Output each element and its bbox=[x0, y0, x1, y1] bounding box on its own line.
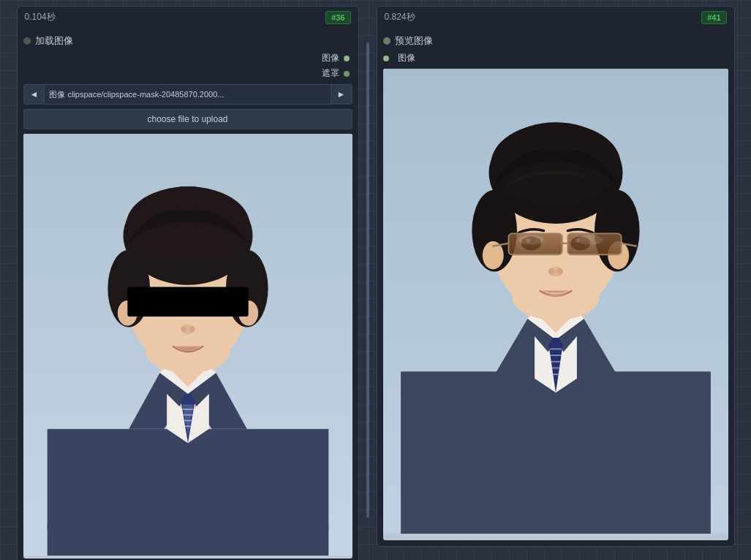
left-inputs: 图像 遮罩 bbox=[23, 52, 352, 80]
svg-point-25 bbox=[181, 326, 186, 332]
left-mask-input-row: 遮罩 bbox=[23, 67, 352, 80]
svg-point-67 bbox=[548, 268, 554, 275]
svg-point-64 bbox=[518, 235, 543, 244]
right-status-dot bbox=[383, 37, 390, 45]
right-portrait-svg bbox=[383, 69, 728, 534]
right-image-preview bbox=[383, 69, 728, 540]
right-panel-header: 0.824秒 #41 bbox=[377, 7, 734, 29]
svg-point-42 bbox=[512, 275, 599, 320]
left-image-input-row: 图像 bbox=[23, 52, 352, 64]
svg-point-65 bbox=[577, 235, 603, 244]
svg-rect-23 bbox=[127, 287, 248, 317]
left-badge: #36 bbox=[325, 11, 350, 24]
right-panel: 0.824秒 #41 预览图像 图像 bbox=[377, 6, 735, 547]
left-panel-body: 加载图像 图像 遮罩 ◄ 图像 clipspace/clipspace-mask… bbox=[18, 29, 358, 560]
upload-button[interactable]: choose file to upload bbox=[23, 109, 352, 129]
file-path-display: 图像 clipspace/clipspace-mask-20485870.200… bbox=[45, 89, 330, 100]
file-selector-row: ◄ 图像 clipspace/clipspace-mask-20485870.2… bbox=[23, 84, 352, 105]
right-image-input-row: 图像 bbox=[383, 52, 728, 64]
file-arrow-left-button[interactable]: ◄ bbox=[24, 85, 45, 104]
left-mask-label: 遮罩 bbox=[322, 67, 339, 80]
left-time-label: 0.104秒 bbox=[25, 11, 56, 23]
right-panel-body: 预览图像 图像 bbox=[377, 29, 734, 546]
left-image-dot bbox=[344, 56, 350, 61]
left-status-dot bbox=[23, 37, 31, 45]
left-mask-dot bbox=[344, 71, 350, 77]
left-panel-header: 0.104秒 #36 bbox=[18, 7, 358, 29]
left-panel: 0.104秒 #36 加载图像 图像 遮罩 ◄ 图像 clipspace/cli… bbox=[17, 6, 359, 560]
svg-point-26 bbox=[189, 326, 195, 332]
right-image-label: 图像 bbox=[398, 52, 415, 64]
right-title-row: 预览图像 bbox=[383, 34, 728, 48]
right-panel-title: 预览图像 bbox=[395, 34, 433, 48]
right-image-dot bbox=[383, 56, 389, 61]
panel-divider bbox=[366, 42, 369, 518]
left-image-preview bbox=[23, 134, 352, 559]
left-portrait-svg bbox=[23, 134, 352, 556]
left-panel-title: 加载图像 bbox=[35, 34, 73, 48]
right-badge: #41 bbox=[701, 11, 726, 24]
left-title-row: 加载图像 bbox=[23, 34, 352, 48]
file-arrow-right-button[interactable]: ► bbox=[331, 85, 352, 104]
right-time-label: 0.824秒 bbox=[385, 11, 415, 23]
left-image-label: 图像 bbox=[322, 52, 339, 64]
svg-rect-5 bbox=[47, 429, 328, 556]
svg-point-68 bbox=[556, 268, 563, 275]
